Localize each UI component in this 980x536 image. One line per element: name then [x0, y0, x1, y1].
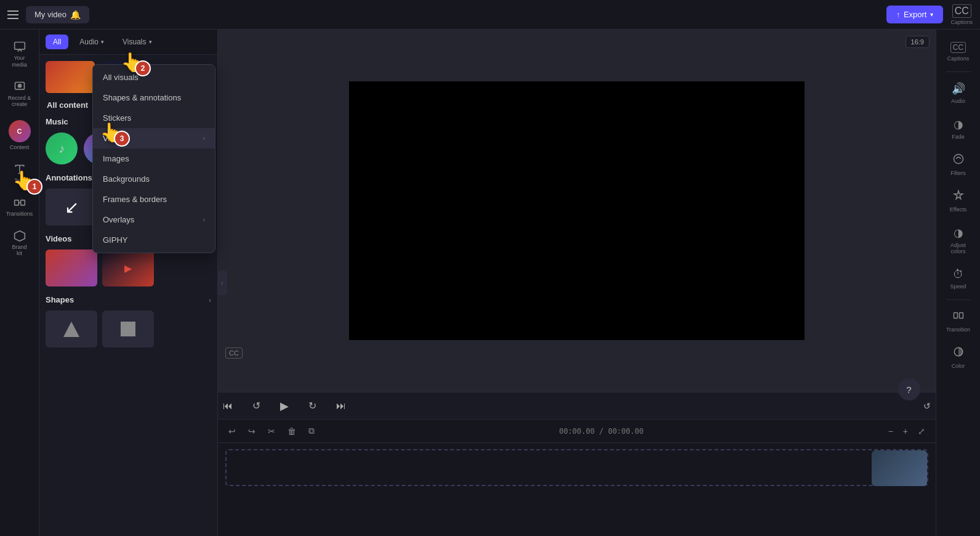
center-area: 16:9 CC ⏮ ↺ ▶ ↻ ⏭ ↺ ↩ ↪ ✂ 🗑 ⧉ — [218, 30, 936, 536]
sidebar-item-brand-kit[interactable]: Brandkit — [2, 225, 37, 262]
video-clip[interactable] — [872, 450, 927, 486]
cut-button[interactable]: ✂ — [265, 424, 278, 438]
dropdown-item-overlays[interactable]: Overlays › — [93, 209, 215, 230]
shapes-section-header: Shapes › — [46, 295, 211, 304]
panel-collapse-handle[interactable]: ‹ — [217, 270, 227, 295]
right-item-color[interactable]: Color — [939, 340, 978, 375]
playback-controls: ⏮ ↺ ▶ ↻ ⏭ ↺ — [218, 392, 936, 419]
content-label: Content — [10, 144, 30, 151]
transitions-icon — [14, 197, 26, 209]
shapes-more[interactable]: › — [209, 296, 211, 304]
export-button[interactable]: ↑ Export ▾ — [886, 6, 944, 23]
dropdown-item-frames[interactable]: Frames & borders — [93, 189, 215, 209]
svg-rect-5 — [14, 200, 18, 205]
panel-tabs: All Audio ▾ Visuals ▾ — [39, 30, 217, 55]
annotation-arrow-thumb[interactable]: ↙ — [46, 189, 97, 225]
rewind-button[interactable]: ↺ — [247, 397, 265, 414]
aspect-ratio-badge[interactable]: 16:9 — [906, 36, 930, 48]
media-thumb-1[interactable] — [46, 61, 95, 93]
transitions-label: Transitions — [6, 211, 33, 217]
play-button[interactable]: ▶ — [275, 397, 294, 415]
sidebar-item-record-create[interactable]: Record &create — [2, 76, 37, 113]
dropdown-item-giphy[interactable]: GIPHY — [93, 230, 215, 250]
captions-icon: CC — [952, 4, 971, 18]
shape-thumb-2[interactable] — [102, 311, 154, 347]
sidebar-item-transitions[interactable]: Transitions — [2, 192, 37, 222]
dropdown-item-shapes[interactable]: Shapes & annotations — [93, 87, 215, 108]
tab-visuals[interactable]: Visuals ▾ — [115, 35, 159, 49]
svg-rect-6 — [20, 200, 25, 205]
right-item-adjust-colors[interactable]: ◑ Adjustcolors — [939, 220, 978, 261]
svg-point-2 — [18, 84, 21, 87]
loop-button[interactable]: ↺ — [918, 399, 936, 413]
music-note-icon-1: ♪ — [58, 142, 65, 156]
shape-icon-2 — [119, 320, 137, 338]
undo-button[interactable]: ↩ — [225, 424, 239, 438]
right-item-filters[interactable]: Filters — [939, 147, 978, 182]
color-icon — [953, 346, 964, 360]
timeline-tracks: Drag & drop media here — [218, 443, 936, 536]
video-thumb-1[interactable] — [46, 250, 97, 286]
dropdown-item-backgrounds[interactable]: Backgrounds — [93, 169, 215, 189]
timeline-time: 00:00.00 / 00:00.00 — [324, 427, 879, 436]
text-label: Text — [14, 177, 25, 184]
skip-back-button[interactable]: ⏮ — [218, 398, 238, 414]
video-canvas — [349, 81, 805, 340]
help-button[interactable]: ? — [898, 378, 920, 400]
text-icon — [14, 163, 26, 176]
delete-button[interactable]: 🗑 — [284, 424, 299, 438]
dropdown-item-all-visuals[interactable]: All visuals — [93, 67, 215, 87]
music-item-1[interactable]: ♪ — [46, 132, 78, 164]
right-item-effects[interactable]: Effects — [939, 184, 978, 219]
zoom-controls: − + ⤢ — [885, 424, 928, 438]
video-thumb-2[interactable]: ▶ — [102, 250, 154, 286]
captions-button[interactable]: CC Captions — [950, 4, 973, 25]
fit-button[interactable]: ⤢ — [915, 424, 928, 438]
skip-forward-button[interactable]: ⏭ — [331, 398, 351, 414]
zoom-in-button[interactable]: + — [900, 424, 911, 438]
video-title-text: My video — [34, 10, 66, 19]
tab-audio[interactable]: Audio ▾ — [72, 35, 111, 49]
right-item-captions[interactable]: CC Captions — [939, 36, 978, 68]
hamburger-menu-icon[interactable] — [7, 10, 18, 19]
panel: All Audio ▾ Visuals ▾ All visuals Shapes… — [39, 30, 218, 536]
main-area: Your media Record &create C Content Text… — [0, 30, 980, 536]
right-item-fade[interactable]: ◑ Fade — [939, 112, 978, 146]
timeline-drop-zone[interactable] — [225, 449, 928, 486]
tab-all[interactable]: All — [46, 35, 68, 49]
dropdown-item-images[interactable]: Images — [93, 148, 215, 169]
notification-icon: 🔔 — [70, 10, 81, 20]
svg-rect-11 — [954, 313, 957, 319]
transition-icon — [953, 310, 964, 324]
annotations-title: Annotations — [46, 173, 92, 182]
video-thumbs: ▶ — [46, 250, 211, 286]
right-item-speed[interactable]: ⏱ Speed — [939, 262, 978, 296]
fade-icon: ◑ — [954, 118, 963, 131]
svg-rect-0 — [14, 43, 25, 50]
duplicate-button[interactable]: ⧉ — [305, 424, 318, 438]
topbar: My video 🔔 ↑ Export ▾ CC Captions — [0, 0, 980, 30]
shape-thumb-1[interactable] — [46, 311, 97, 347]
preview-area: 16:9 CC — [218, 30, 936, 392]
redo-button[interactable]: ↪ — [245, 424, 259, 438]
zoom-out-button[interactable]: − — [885, 424, 896, 438]
right-divider-1 — [946, 71, 971, 72]
audio-right-icon: 🔊 — [952, 82, 965, 95]
media-icon — [14, 41, 26, 53]
right-item-transition[interactable]: Transition — [939, 304, 978, 339]
video-thumb-icon: ▶ — [124, 262, 132, 274]
forward-button[interactable]: ↻ — [303, 397, 321, 414]
right-item-audio[interactable]: 🔊 Audio — [939, 76, 978, 110]
video-clip-preview — [872, 450, 927, 486]
help-button-container: ? — [947, 508, 970, 530]
adjust-colors-icon: ◑ — [954, 226, 963, 240]
dropdown-item-stickers[interactable]: Stickers — [93, 108, 215, 128]
speed-icon: ⏱ — [953, 268, 964, 281]
sidebar-item-your-media[interactable]: Your media — [2, 36, 37, 73]
timeline-toolbar: ↩ ↪ ✂ 🗑 ⧉ 00:00.00 / 00:00.00 − + ⤢ — [218, 420, 936, 443]
video-title-tab[interactable]: My video 🔔 — [26, 6, 89, 23]
sidebar-item-content[interactable]: C Content — [2, 115, 37, 156]
svg-marker-8 — [63, 322, 79, 337]
dropdown-item-videos[interactable]: Videos › — [93, 128, 215, 148]
sidebar-item-text[interactable]: Text — [2, 158, 37, 189]
